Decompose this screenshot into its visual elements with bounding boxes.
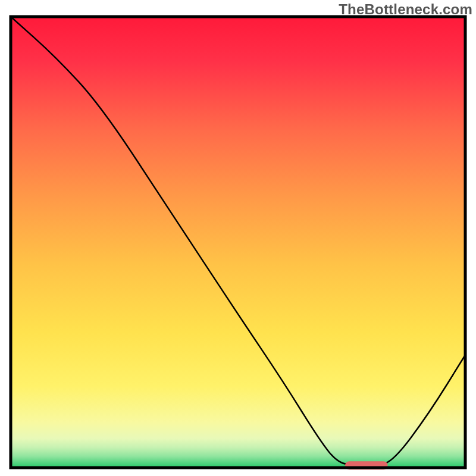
watermark-text: TheBottleneck.com (339, 1, 472, 18)
plot-background (11, 17, 465, 468)
chart-container: TheBottleneck.com (0, 0, 476, 476)
bottleneck-chart (0, 0, 476, 476)
